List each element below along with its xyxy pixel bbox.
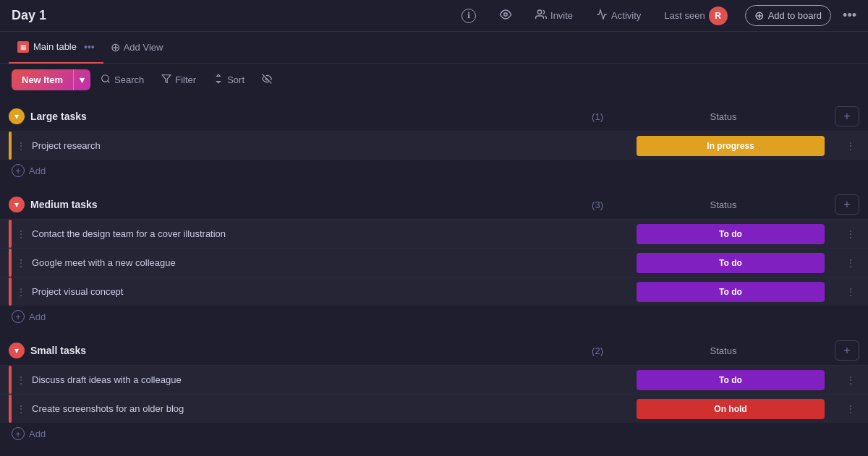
drag-handle[interactable]: ⋮	[16, 228, 26, 240]
invite-icon	[535, 9, 547, 22]
add-view-button[interactable]: ⊕ Add View	[103, 38, 171, 57]
status-badge[interactable]: To do	[637, 282, 825, 302]
plus-icon: ⊕	[754, 9, 764, 22]
add-label: Add	[29, 165, 46, 176]
drag-handle[interactable]: ⋮	[16, 140, 26, 152]
group-small: ▾ Small tasks (2) Status + ⋮ Discuss dra…	[0, 336, 868, 444]
task-border	[9, 249, 12, 277]
group-chevron-large[interactable]: ▾	[9, 108, 25, 124]
last-seen-section: Last seen R	[658, 4, 733, 28]
task-more-icon[interactable]: ⋮	[842, 225, 859, 243]
activity-button[interactable]: Activity	[590, 6, 647, 25]
task-name: Project visual concept	[32, 286, 622, 297]
add-view-plus-icon: ⊕	[111, 40, 120, 54]
task-status: On hold	[622, 399, 839, 419]
group-add-col-small[interactable]: +	[835, 340, 859, 361]
sort-label: Sort	[227, 74, 244, 85]
task-status: To do	[622, 224, 839, 244]
drag-handle[interactable]: ⋮	[16, 286, 26, 298]
new-item-caret-icon[interactable]: ▾	[73, 69, 90, 90]
info-button[interactable]: ℹ	[456, 6, 482, 26]
group-header-small[interactable]: ▾ Small tasks (2) Status +	[0, 336, 868, 365]
table-row: ⋮ Project research In progress ⋮	[0, 131, 868, 160]
group-medium: ▾ Medium tasks (3) Status + ⋮ Contact th…	[0, 190, 868, 327]
add-to-board-label: Add to board	[768, 10, 822, 21]
hide-button[interactable]	[255, 69, 279, 90]
top-header: Day 1 ℹ Invite Activity Last seen R ⊕	[0, 0, 868, 32]
table-row: ⋮ Discuss draft ideas with a colleague T…	[0, 365, 868, 394]
add-label: Add	[29, 311, 46, 322]
task-status: To do	[622, 370, 839, 390]
status-badge[interactable]: To do	[637, 253, 825, 273]
task-name: Discuss draft ideas with a colleague	[32, 374, 622, 385]
group-chevron-medium[interactable]: ▾	[9, 197, 25, 212]
group-count-small: (2)	[592, 345, 603, 356]
add-label: Add	[29, 429, 46, 439]
add-view-label: Add View	[124, 42, 163, 53]
table-row: ⋮ Contact the design team for a cover il…	[0, 219, 868, 248]
add-circle-icon: +	[12, 164, 25, 177]
group-add-col-medium[interactable]: +	[835, 194, 859, 215]
sort-button[interactable]: Sort	[206, 69, 252, 90]
task-status: In progress	[622, 136, 839, 156]
drag-handle[interactable]: ⋮	[16, 257, 26, 269]
filter-button[interactable]: Filter	[154, 69, 203, 90]
svg-point-1	[537, 10, 541, 14]
group-title-medium: Medium tasks	[30, 199, 592, 210]
task-more-icon[interactable]: ⋮	[842, 254, 859, 272]
add-task-row[interactable]: + Add	[0, 306, 868, 327]
add-to-board-button[interactable]: ⊕ Add to board	[745, 5, 831, 26]
main-table-tab[interactable]: ▦ Main table •••	[9, 32, 103, 64]
group-chevron-small[interactable]: ▾	[9, 343, 25, 358]
task-border	[9, 132, 12, 160]
group-header-medium[interactable]: ▾ Medium tasks (3) Status +	[0, 190, 868, 219]
status-badge[interactable]: To do	[637, 224, 825, 244]
toolbar: New Item ▾ Search Filter Sort	[0, 64, 868, 96]
svg-point-0	[504, 12, 508, 16]
activity-label: Activity	[611, 10, 641, 21]
group-count-medium: (3)	[592, 199, 603, 210]
search-button[interactable]: Search	[93, 69, 151, 90]
more-options-button[interactable]: •••	[843, 8, 856, 23]
group-col-status-small: Status	[615, 345, 832, 356]
group-col-status-medium: Status	[615, 199, 832, 210]
group-title-small: Small tasks	[30, 345, 592, 356]
add-circle-icon: +	[12, 427, 25, 440]
group-add-col-large[interactable]: +	[835, 106, 859, 126]
task-border	[9, 220, 12, 248]
new-item-label: New Item	[12, 69, 73, 90]
new-item-button[interactable]: New Item ▾	[12, 69, 90, 90]
add-circle-icon: +	[12, 310, 25, 323]
drag-handle[interactable]: ⋮	[16, 374, 26, 386]
group-col-status-large: Status	[615, 111, 832, 122]
invite-button[interactable]: Invite	[529, 6, 579, 25]
task-more-icon[interactable]: ⋮	[842, 371, 859, 389]
task-more-icon[interactable]: ⋮	[842, 137, 859, 155]
main-table-label: Main table	[33, 41, 77, 52]
add-task-row[interactable]: + Add	[0, 423, 868, 444]
task-status: To do	[622, 253, 839, 273]
eye-button[interactable]	[493, 5, 518, 27]
svg-point-2	[102, 75, 109, 82]
tab-more-icon[interactable]: •••	[84, 41, 95, 53]
main-content: ▾ Large tasks (1) Status + ⋮ Project res…	[0, 96, 868, 454]
drag-handle[interactable]: ⋮	[16, 403, 26, 415]
svg-line-3	[108, 81, 110, 83]
avatar: R	[709, 7, 728, 25]
task-border	[9, 278, 12, 306]
status-badge[interactable]: On hold	[637, 399, 825, 419]
header-actions: ℹ Invite Activity Last seen R ⊕ Add to b…	[456, 4, 856, 28]
group-header-large[interactable]: ▾ Large tasks (1) Status +	[0, 102, 868, 131]
task-more-icon[interactable]: ⋮	[842, 400, 859, 418]
task-border	[9, 366, 12, 394]
last-seen-label: Last seen	[664, 10, 705, 21]
page-title: Day 1	[12, 8, 456, 23]
tab-bar: ▦ Main table ••• ⊕ Add View	[0, 32, 868, 64]
task-more-icon[interactable]: ⋮	[842, 283, 859, 301]
add-task-row[interactable]: + Add	[0, 160, 868, 181]
svg-marker-4	[162, 75, 171, 83]
status-badge[interactable]: To do	[637, 370, 825, 390]
status-badge[interactable]: In progress	[637, 136, 825, 156]
task-name: Project research	[32, 140, 622, 151]
group-title-large: Large tasks	[30, 111, 592, 122]
